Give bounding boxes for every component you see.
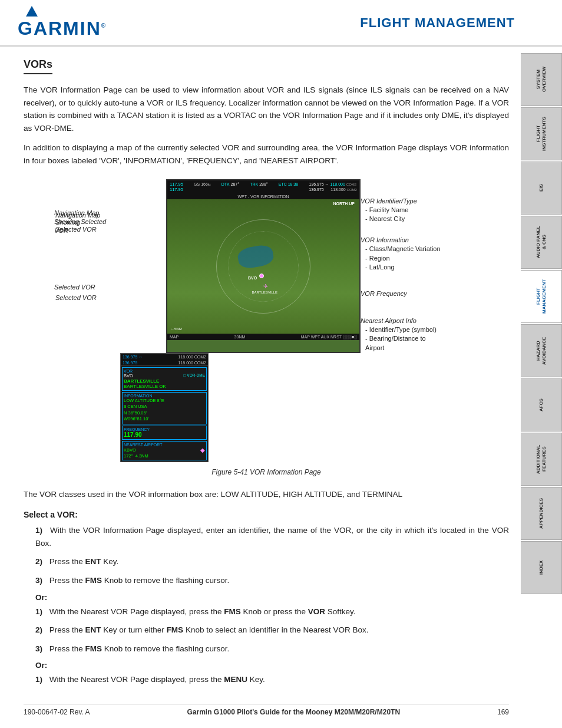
sidebar-item-system-overview[interactable]: SYSTEMOVERVIEW <box>521 53 562 106</box>
garmin-logo: GARMIN® <box>18 6 107 39</box>
ent-key-1: ENT <box>85 557 101 566</box>
annot-nearest-sub3: Airport <box>361 344 478 353</box>
map-label: MAP <box>170 335 178 339</box>
page-footer: 190-00647-02 Rev. A Garmin G1000 Pilot's… <box>24 704 509 716</box>
annot-nearest-title: Nearest Airport Info <box>361 317 478 325</box>
step-2-1-text: With the Nearest VOR Page displayed, pre… <box>49 607 356 616</box>
fms-knob-2: FMS <box>224 607 241 616</box>
panel-freq2-active: 136.975 <box>123 361 137 365</box>
bartlesville-label: BARTLESVILLE <box>252 291 277 294</box>
info-box-label: INFORMATION <box>124 394 205 398</box>
fms-knob-4: FMS <box>85 644 103 653</box>
page-title: FLIGHT MANAGEMENT <box>360 15 515 31</box>
com-freq-display: 136.975 ↔ 118.000 COM2136.975 118.000 CO… <box>309 182 357 193</box>
nav-map-callout: Navigation Map Showing Selected VOR <box>54 209 119 236</box>
annot-vor-id-title: VOR Identifier/Type <box>361 197 478 206</box>
page-header: GARMIN® FLIGHT MANAGEMENT <box>0 0 562 47</box>
step-1-1-num: 1) <box>35 526 42 535</box>
step-1-2-text: Press the ENT Key. <box>49 557 119 566</box>
map-body: NORTH UP BVO ✈ BARTLESVILLE <box>167 199 359 334</box>
step-2-2-text: Press the ENT Key or turn either FMS Kno… <box>49 625 369 634</box>
panel-freq-standby: 118.000 COM2 <box>178 355 206 359</box>
or-label-2: Or: <box>35 661 509 670</box>
etc-display: ETC 18:38 <box>279 182 298 193</box>
sidebar-item-afcs[interactable]: AFCS <box>521 378 562 431</box>
step-1-3-num: 3) <box>35 576 42 585</box>
scale-marker-left: ←5NM <box>171 327 182 331</box>
gs-display: GS 166kt <box>194 182 210 193</box>
sidebar-item-flight-instruments[interactable]: FLIGHTINSTRUMENTS <box>521 107 562 160</box>
sidebar-item-audio-panel[interactable]: AUDIO PANEL& CNS <box>521 216 562 269</box>
map-menu-items: MAP WPT AUX NRST ░░░■░ <box>301 335 357 339</box>
bvo-label: BVO <box>248 276 257 280</box>
vor-box-label: VOR <box>124 369 205 373</box>
info-region: $ CEN USA <box>124 404 205 410</box>
panel-freq2-standby: 118.000 COM2 <box>178 361 206 365</box>
trk-display: TRK 288° <box>250 182 267 193</box>
dtk-display: DTK 287° <box>222 182 239 193</box>
sidebar-item-flight-management[interactable]: FLIGHTMANAGEMENT <box>521 270 562 323</box>
info-lon: W096°81.10' <box>124 416 205 423</box>
right-annotations: VOR Identifier/Type - Facility Name - Ne… <box>361 197 478 361</box>
annot-vor-info-title: VOR Information <box>361 236 478 245</box>
vor-softkey: VOR <box>308 607 325 616</box>
step-1-1-text: With the VOR Information Page displayed,… <box>35 526 509 548</box>
annot-vor-info-sub2: - Region <box>361 254 478 263</box>
nearest-airport-box: NEAREST AIRPORT KBVO ◆ 172° 4.3NM <box>122 441 207 460</box>
info-box-content: LOW ALTITUDE 8°E $ CEN USA N 36°50.05' W… <box>124 398 205 423</box>
sidebar-item-eis[interactable]: EIS <box>521 162 562 215</box>
info-lat: N 36°50.05' <box>124 410 205 417</box>
ent-key-2: ENT <box>85 625 101 634</box>
panel-freq-active: 136.975 ↔ <box>123 355 143 359</box>
map-top-bar: 117.95117.95 GS 166kt DTK 287° TRK 288° … <box>167 180 359 195</box>
freq-value: 117.90 <box>124 431 205 438</box>
garmin-brand-text: GARMIN® <box>18 18 107 39</box>
annot-vor-id-sub2: - Nearest City <box>361 215 478 223</box>
intro-paragraph-2: In addition to displaying a map of the c… <box>24 141 509 167</box>
vor-classes-text: The VOR classes used in the VOR informat… <box>24 488 509 501</box>
steps-group-2: 1) With the Nearest VOR Page displayed, … <box>35 605 509 655</box>
nearest-row: KBVO ◆ <box>124 447 205 453</box>
sidebar-item-hazard-avoidance[interactable]: HAZARDAVOIDANCE <box>521 324 562 377</box>
sidebar-item-appendices[interactable]: APPENDICES <box>521 487 562 540</box>
step-2-2-num: 2) <box>35 625 42 634</box>
annot-vor-freq: VOR Frequency <box>361 289 478 298</box>
vor-box: VOR BVO □ VOR-DME BARTLESVILLE BARTLESVI… <box>122 367 207 391</box>
sidebar-item-index[interactable]: INDEX <box>521 541 562 594</box>
main-content: VORs The VOR Information Page can be use… <box>0 47 562 704</box>
vor-info-panel: 136.975 ↔ 118.000 COM2 136.975 118.000 C… <box>120 353 209 462</box>
north-up-label: NORTH UP <box>333 202 355 206</box>
annot-vor-info: VOR Information - Class/Magnetic Variati… <box>361 236 478 272</box>
map-and-panel: 117.95117.95 GS 166kt DTK 287° TRK 288° … <box>119 179 355 462</box>
vor-id: BVO <box>124 373 133 378</box>
vor-name: BARTLESVILLE <box>124 378 205 384</box>
step-2-3: 3) Press the FMS Knob to remove the flas… <box>35 643 509 655</box>
step-3-1-num: 1) <box>35 675 42 684</box>
nearest-id: KBVO <box>124 447 136 453</box>
panel-top-freq: 136.975 ↔ 118.000 COM2 <box>121 354 208 360</box>
selected-vor-callout-text: Selected VOR <box>55 294 120 301</box>
waypoint-label: WPT - VOR INFORMATION <box>167 194 359 199</box>
nearest-bearing-dist: 172° 4.3NM <box>124 453 205 459</box>
diagram-wrapper: Navigation Map Showing Selected VOR Sele… <box>54 179 478 462</box>
freq-box-label: FREQUENCY <box>124 427 205 431</box>
step-3-1: 1) With the Nearest VOR Page displayed, … <box>35 673 509 686</box>
nearest-bearing: 172° <box>124 453 133 459</box>
step-1-2: 2) Press the ENT Key. <box>35 555 509 568</box>
map-scale-value: 30NM <box>234 335 246 339</box>
step-2-1-num: 1) <box>35 607 42 616</box>
menu-key: MENU <box>224 675 247 684</box>
or-label-1: Or: <box>35 593 509 602</box>
airport-symbol: ✈ <box>263 283 268 289</box>
fms-knob-1: FMS <box>85 576 103 585</box>
frequency-box: FREQUENCY 117.90 <box>122 426 207 440</box>
vor-type-badge: □ VOR-DME <box>184 373 205 378</box>
garmin-triangle-icon <box>26 6 38 17</box>
footer-center: Garmin G1000 Pilot's Guide for the Moone… <box>187 708 400 716</box>
step-2-2: 2) Press the ENT Key or turn either FMS … <box>35 624 509 637</box>
step-2-3-num: 3) <box>35 644 42 653</box>
step-2-3-text: Press the FMS Knob to remove the flashin… <box>49 644 229 653</box>
sidebar-item-additional-features[interactable]: ADDITIONALFEATURES <box>521 433 562 486</box>
panel-freq-row2: 136.975 118.000 COM2 <box>121 360 208 366</box>
steps-group-3: 1) With the Nearest VOR Page displayed, … <box>35 673 509 686</box>
